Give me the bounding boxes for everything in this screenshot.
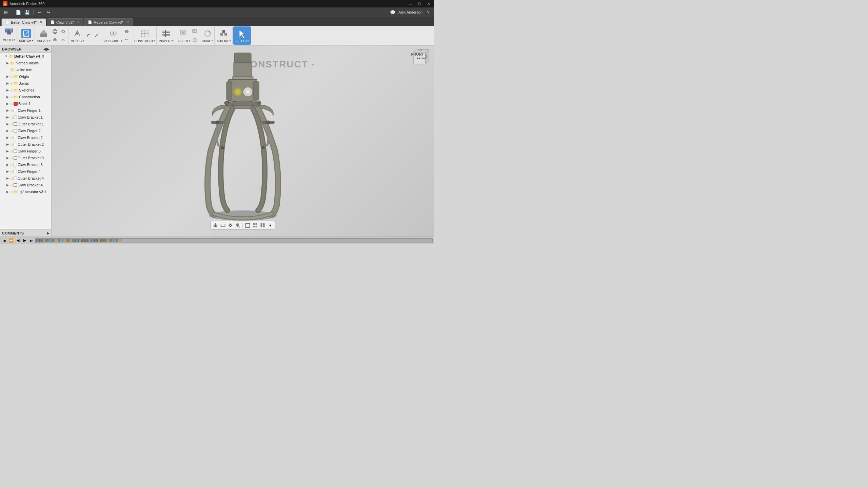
timeline-first-button[interactable]: ⏮ — [1, 238, 7, 244]
nav-button-display2[interactable] — [252, 222, 259, 229]
timeline-node[interactable] — [39, 239, 42, 242]
expand-icon[interactable]: ▶ — [5, 61, 9, 65]
view-cube-svg[interactable]: FRONT TOP R — [410, 49, 431, 69]
tree-item-claw-finger-4[interactable]: ▶ ⊙ Claw Finger:4 — [0, 168, 51, 175]
timeline-node[interactable] — [61, 239, 63, 242]
redo-button[interactable]: ↪ — [45, 8, 52, 16]
extrude-button[interactable] — [51, 36, 59, 43]
timeline-node[interactable] — [82, 239, 85, 242]
expand-icon[interactable]: ▶ — [5, 149, 9, 153]
expand-icon[interactable]: ▶ — [5, 129, 9, 133]
tab-better-claw[interactable]: 📄 Better Claw v4* ✕ — [1, 18, 46, 26]
expand-icon[interactable]: ▶ — [5, 156, 9, 160]
maximize-button[interactable]: ☐ — [417, 2, 422, 6]
timeline-node[interactable] — [116, 239, 118, 242]
timeline-node[interactable] — [119, 239, 121, 242]
model-tool-group[interactable]: MODEL▾ — [1, 26, 17, 45]
expand-icon[interactable]: ▶ — [5, 75, 9, 79]
timeline-node[interactable] — [103, 239, 106, 242]
tab-close-button[interactable]: ✕ — [40, 20, 42, 24]
expand-icon[interactable]: ▼ — [4, 54, 8, 58]
save-button[interactable]: 💾 — [23, 8, 31, 16]
timeline-rev-button[interactable]: ◀ — [15, 238, 21, 244]
chat-button[interactable]: 💬 — [389, 8, 396, 16]
timeline-node[interactable] — [91, 239, 94, 242]
tab-claw3[interactable]: 📄 Claw 3 v1* ✕ — [47, 18, 84, 26]
inspect-button[interactable]: INSPECT▾ — [159, 28, 174, 43]
modify-button[interactable]: MODIFY▾ — [71, 28, 84, 43]
nav-button-display1[interactable] — [244, 222, 251, 229]
timeline-node[interactable] — [48, 239, 51, 242]
nav-button-joint[interactable] — [212, 222, 219, 229]
help-button[interactable]: ? — [425, 8, 432, 16]
timeline-node[interactable] — [76, 239, 79, 242]
nav-button-zoom[interactable] — [235, 222, 241, 229]
tab-close-button[interactable]: ✕ — [77, 20, 80, 24]
addins-button[interactable]: ADD-INS▾ — [217, 28, 231, 43]
browser-options-button[interactable]: ▸ — [47, 47, 49, 52]
timeline-node[interactable] — [97, 239, 100, 242]
tab-close-button[interactable]: ✕ — [126, 20, 129, 24]
tree-item-named-views[interactable]: ▶ 📁 Named Views — [0, 60, 51, 66]
timeline-node[interactable] — [85, 239, 88, 242]
expand-icon[interactable]: ▶ — [5, 88, 9, 92]
tree-item-block1[interactable]: ▶ ⊙ Block:1 — [0, 100, 51, 107]
timeline-node[interactable] — [73, 239, 76, 242]
tab-reverse-claw[interactable]: 📄 Reverse Claw v8* ✕ — [84, 18, 133, 26]
timeline-node[interactable] — [100, 239, 103, 242]
tree-item-claw-bracket-2[interactable]: ▶ ⊙ Claw Bracket:2 — [0, 134, 51, 141]
timeline-node[interactable] — [67, 239, 70, 242]
expand-icon[interactable]: ▶ — [5, 183, 9, 187]
expand-icon[interactable]: ▶ — [5, 142, 9, 146]
tree-item-joints[interactable]: ▶ ⊙ 📁 Joints — [0, 80, 51, 87]
tree-item-actuator[interactable]: ▶ ⊙ 📁 🔗 actuator v3:1 — [0, 188, 51, 195]
make-button[interactable]: MAKE▾ — [202, 28, 213, 43]
joint-button[interactable] — [123, 28, 131, 35]
chamfer-button[interactable] — [93, 32, 100, 39]
tree-item-claw-finger-2[interactable]: ▶ ⊙ Claw Finger:2 — [0, 127, 51, 134]
timeline-node[interactable] — [64, 239, 66, 242]
viewport-canvas[interactable]: CONSTRUCT - — [52, 45, 434, 237]
expand-icon[interactable]: ▶ — [5, 122, 9, 126]
expand-icon[interactable]: ▶ — [5, 108, 9, 113]
create-button[interactable]: CREATE▾ — [37, 28, 51, 43]
tree-item-sketches[interactable]: ▶ ⊙ 📁 Sketches — [0, 87, 51, 94]
3d-model-area[interactable] — [65, 52, 420, 223]
expand-icon[interactable]: ▶ — [5, 102, 9, 106]
timeline-node[interactable] — [42, 239, 45, 242]
tree-item-claw-finger-3[interactable]: ▶ ⊙ Claw Finger:3 — [0, 148, 51, 155]
nav-button-section[interactable] — [220, 222, 226, 229]
fillet-button[interactable] — [85, 32, 92, 39]
expand-icon[interactable]: ▶ — [5, 190, 9, 194]
nav-button-pan[interactable] — [227, 222, 234, 229]
insert-sub2[interactable] — [191, 36, 198, 43]
timeline-node[interactable] — [106, 239, 109, 242]
new-file-button[interactable]: 📄 — [15, 8, 22, 16]
tree-item-outer-bracket-1[interactable]: ▶ ⊙ Outer Bracket:1 — [0, 121, 51, 127]
close-button[interactable]: ✕ — [426, 2, 431, 6]
grid-menu-button[interactable]: ⊞ — [2, 8, 9, 16]
timeline-last-button[interactable]: ⏭ — [28, 238, 35, 244]
root-settings-icon[interactable]: ⚙ — [41, 55, 44, 58]
timeline-node[interactable] — [113, 239, 115, 242]
nav-button-display3[interactable] — [259, 222, 266, 229]
viewport[interactable]: CONSTRUCT - — [52, 45, 434, 237]
tree-item-outer-bracket-3[interactable]: ▶ ⊙ Outer Bracket:3 — [0, 155, 51, 161]
expand-icon[interactable]: ▶ — [5, 81, 9, 85]
construct-button[interactable]: CONSTRUCT▾ — [134, 28, 155, 43]
timeline-node[interactable] — [88, 239, 91, 242]
expand-icon[interactable]: ▶ — [5, 163, 9, 167]
timeline-node[interactable] — [52, 239, 54, 242]
revolve-button[interactable] — [59, 36, 67, 43]
timeline-track[interactable] — [35, 238, 433, 243]
tree-item-claw-bracket-1[interactable]: ▶ ⊙ Claw Bracket:1 — [0, 114, 51, 121]
tree-item-construction[interactable]: ▶ ⊙ 📁 Construction — [0, 94, 51, 100]
motion-link-button[interactable] — [123, 36, 131, 43]
tree-item-claw-finger-1[interactable]: ▶ ⊙ Claw Finger:1 — [0, 107, 51, 114]
timeline-node[interactable] — [58, 239, 60, 242]
timeline-node[interactable] — [94, 239, 97, 242]
timeline-play-button[interactable]: ▶ — [22, 238, 28, 244]
timeline-node[interactable] — [36, 239, 39, 242]
torus-button[interactable] — [59, 28, 67, 35]
browser-back-button[interactable]: ◀ — [43, 47, 46, 52]
